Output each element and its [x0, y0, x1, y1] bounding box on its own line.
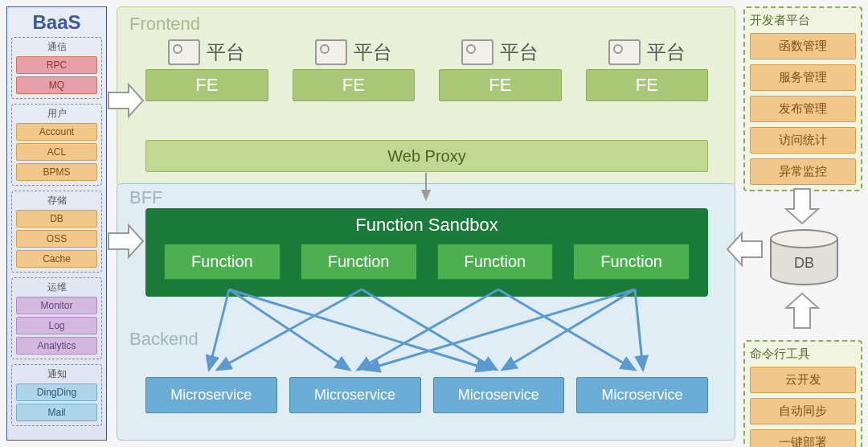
platform-label: 平台 — [500, 39, 538, 65]
baas-group: 运维MonitorLogAnalytics — [11, 277, 102, 359]
baas-panel: BaaS 通信RPCMQ用户AccountACLBPMS存储DBOSSCache… — [6, 6, 107, 441]
dev-item: 服务管理 — [750, 64, 856, 91]
baas-group: 用户AccountACLBPMS — [11, 104, 102, 186]
fe-box: FE — [145, 69, 268, 101]
web-proxy: Web Proxy — [145, 140, 708, 172]
platform-label: 平台 — [207, 39, 245, 65]
microservice-box: Microservice — [576, 377, 708, 413]
bff-label: BFF — [129, 187, 163, 208]
function-box: Function — [437, 244, 554, 280]
main-area: Frontend 平台FE平台FE平台FE平台FE Web Proxy BFF … — [117, 6, 735, 441]
function-box: Function — [573, 244, 690, 280]
baas-title: BaaS — [11, 11, 102, 34]
platform: 平台FE — [293, 39, 416, 101]
group-title: 通知 — [16, 367, 97, 381]
function-sandbox: Function Sandbox FunctionFunctionFunctio… — [145, 208, 708, 297]
baas-item: Cache — [16, 250, 97, 268]
baas-item: RPC — [16, 56, 97, 74]
db-label: DB — [770, 255, 838, 272]
right-column: 开发者平台 函数管理服务管理发布管理访问统计异常监控 命令行工具 云开发自动同步… — [743, 6, 862, 191]
cli-items: 云开发自动同步一键部署 — [750, 367, 856, 447]
dev-platform-title: 开发者平台 — [750, 13, 856, 28]
dev-platform-panel: 开发者平台 函数管理服务管理发布管理访问统计异常监控 — [743, 6, 862, 191]
browser-icon — [608, 39, 641, 65]
microservice-box: Microservice — [145, 377, 277, 413]
db-cylinder: DB — [770, 229, 838, 285]
baas-item: Account — [16, 123, 97, 141]
baas-group: 通知DingDingMail — [11, 364, 102, 426]
baas-item: ACL — [16, 143, 97, 161]
dev-item: 函数管理 — [750, 33, 856, 59]
baas-item: Log — [16, 317, 97, 334]
group-title: 运维 — [16, 281, 97, 294]
platform-row: 平台FE平台FE平台FE平台FE — [145, 39, 708, 101]
platform-label: 平台 — [354, 39, 392, 65]
microservice-box: Microservice — [433, 377, 565, 413]
baas-item: Analytics — [16, 337, 97, 355]
microservice-box: Microservice — [289, 377, 421, 413]
fe-box: FE — [439, 69, 562, 101]
baas-group: 存储DBOSSCache — [11, 191, 102, 273]
fe-box: FE — [293, 69, 416, 101]
platform: 平台FE — [439, 39, 562, 101]
group-title: 存储 — [16, 194, 97, 207]
browser-icon — [168, 39, 200, 65]
dev-platform-items: 函数管理服务管理发布管理访问统计异常监控 — [750, 33, 856, 185]
baas-item: DB — [16, 210, 97, 228]
dev-item: 访问统计 — [750, 127, 856, 154]
group-title: 用户 — [16, 107, 97, 121]
cli-item: 一键部署 — [750, 429, 856, 447]
cli-panel: 命令行工具 云开发自动同步一键部署 — [743, 340, 862, 447]
cli-item: 自动同步 — [750, 398, 856, 424]
cli-item: 云开发 — [750, 367, 856, 393]
arrow-cli-to-db — [786, 293, 818, 328]
function-box: Function — [301, 244, 417, 280]
browser-icon — [315, 39, 347, 65]
group-title: 通信 — [16, 40, 97, 54]
arrow-devplat-to-db — [786, 189, 818, 224]
baas-groups: 通信RPCMQ用户AccountACLBPMS存储DBOSSCache运维Mon… — [11, 37, 102, 426]
bff-layer: BFF Function Sandbox FunctionFunctionFun… — [117, 183, 735, 441]
browser-icon — [461, 39, 493, 65]
platform-label: 平台 — [647, 39, 686, 65]
frontend-layer: Frontend 平台FE平台FE平台FE平台FE Web Proxy — [117, 6, 735, 187]
sandbox-title: Function Sandbox — [152, 215, 702, 236]
dev-item: 异常监控 — [750, 158, 856, 185]
function-box: Function — [164, 244, 280, 280]
function-row: FunctionFunctionFunctionFunction — [152, 244, 702, 280]
microservice-row: MicroserviceMicroserviceMicroserviceMicr… — [145, 377, 708, 413]
baas-item: OSS — [16, 230, 97, 248]
baas-item: Monitor — [16, 297, 97, 314]
backend-label: Backend — [129, 329, 199, 350]
baas-item: DingDing — [16, 383, 97, 401]
baas-group: 通信RPCMQ — [11, 37, 102, 99]
baas-item: BPMS — [16, 163, 97, 181]
cli-title: 命令行工具 — [750, 347, 856, 362]
platform: 平台FE — [586, 39, 709, 101]
platform: 平台FE — [145, 39, 268, 101]
baas-item: Mail — [16, 404, 97, 421]
baas-item: MQ — [16, 76, 97, 94]
fe-box: FE — [586, 69, 709, 101]
dev-item: 发布管理 — [750, 96, 856, 122]
frontend-label: Frontend — [129, 14, 200, 35]
